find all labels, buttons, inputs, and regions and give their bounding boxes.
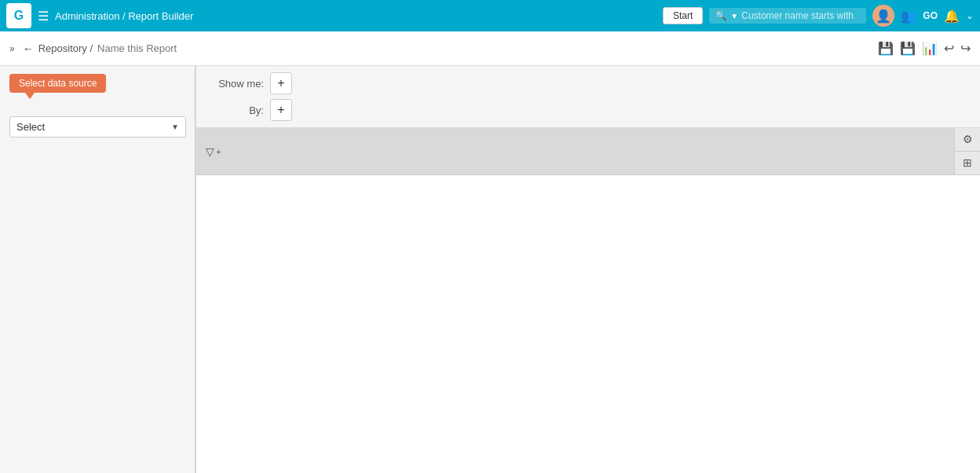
grid-icon: ⊞	[963, 156, 972, 169]
show-me-row: Show me: +	[209, 72, 967, 94]
start-button[interactable]: Start	[663, 7, 703, 24]
data-source-dropdown[interactable]: Select ▼	[9, 116, 186, 138]
by-row: By: +	[209, 99, 967, 121]
filter-area: ▽ + ⚙ ⊞	[196, 128, 980, 175]
chevron-down-icon[interactable]: ⌄	[966, 10, 974, 21]
show-me-label: Show me:	[209, 78, 264, 90]
top-navigation-bar: G ☰ Administration / Report Builder Star…	[0, 0, 980, 31]
data-display-area	[196, 175, 980, 473]
settings-icon[interactable]: ⚙	[955, 128, 980, 152]
notification-icon[interactable]: 🔔	[944, 9, 960, 24]
app-logo: G	[6, 3, 31, 28]
main-panel: Show me: + By: + ▽ + ⚙ ⊞	[196, 66, 980, 473]
show-me-add-button[interactable]: +	[270, 72, 292, 94]
filter-icon[interactable]: ▽	[206, 145, 214, 158]
by-label: By:	[209, 104, 264, 116]
table-view-icon[interactable]: ⊞	[955, 152, 980, 174]
sub-bar-actions: 💾 💾 📊 ↩ ↪	[878, 41, 971, 56]
filter-add-button[interactable]: +	[216, 147, 221, 156]
dropdown-arrow-icon: ▼	[171, 123, 179, 131]
top-breadcrumb: Administration / Report Builder	[55, 10, 656, 22]
save-disk-icon[interactable]: 💾	[878, 41, 894, 56]
go-label[interactable]: GO	[923, 10, 938, 21]
sub-bar: » ← Repository / 💾 💾 📊 ↩ ↪	[0, 31, 980, 66]
select-data-source-tooltip[interactable]: Select data source	[9, 74, 106, 93]
redo-icon[interactable]: ↪	[960, 41, 971, 56]
back-button[interactable]: ←	[23, 42, 34, 55]
gear-icon: ⚙	[963, 133, 973, 145]
vertical-divider	[195, 66, 196, 473]
by-add-button[interactable]: +	[270, 99, 292, 121]
content-area: Select data source Select ▼ Show me: + B…	[0, 66, 980, 473]
search-icon: 🔍	[715, 10, 727, 21]
global-search[interactable]: 🔍 ▼ Customer name starts with	[709, 8, 866, 24]
left-panel: Select data source Select ▼	[0, 66, 196, 473]
side-panel-icons: ⚙ ⊞	[954, 128, 980, 174]
logo-letter: G	[14, 9, 24, 23]
collapse-panel-button[interactable]: »	[9, 43, 15, 54]
save-alt-icon[interactable]: 💾	[900, 41, 916, 56]
undo-icon[interactable]: ↩	[944, 41, 954, 56]
menu-icon[interactable]: ☰	[38, 9, 49, 24]
sub-breadcrumb: Repository /	[38, 42, 93, 54]
avatar[interactable]: 👤	[872, 5, 894, 27]
team-icon[interactable]: 👥	[901, 9, 916, 24]
chart-icon[interactable]: 📊	[922, 41, 938, 56]
report-name-input[interactable]	[97, 42, 873, 54]
controls-bar: Show me: + By: +	[196, 66, 980, 128]
select-label: Select	[16, 121, 45, 133]
search-dropdown-icon[interactable]: ▼	[730, 12, 738, 20]
search-text: Customer name starts with	[741, 10, 854, 21]
top-right-icons: 👤 👥 GO 🔔 ⌄	[872, 5, 974, 27]
